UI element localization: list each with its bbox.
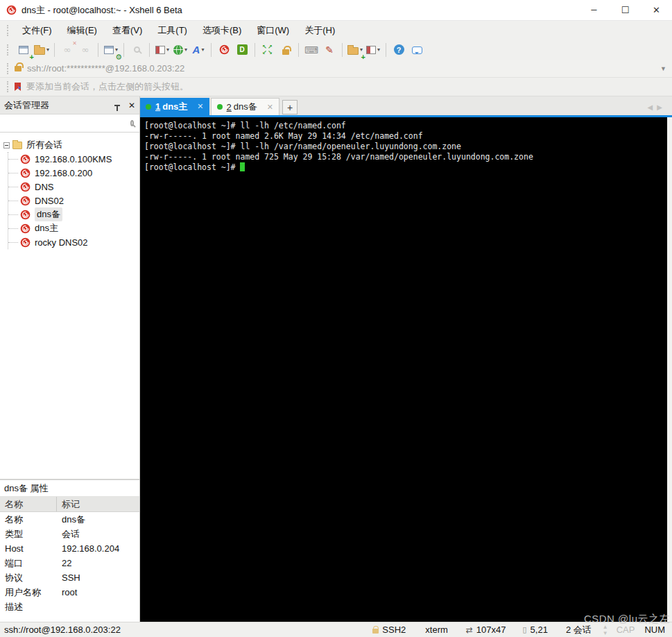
new-session-icon[interactable]: +	[15, 42, 32, 58]
address-dropdown-icon[interactable]: ▼	[660, 65, 666, 72]
session-item[interactable]: dns主	[8, 221, 139, 235]
menu-help[interactable]: 关于(H)	[297, 22, 343, 39]
property-row[interactable]: 描述	[0, 600, 139, 614]
panel-close-icon[interactable]: ✕	[128, 101, 135, 110]
properties-panel: dns备 属性 名称 标记 名称dns备 类型会话 Host192.168.0.…	[0, 479, 139, 614]
session-item[interactable]: DNS	[8, 180, 139, 194]
fullscreen-icon[interactable]: ↖↗↙↘	[259, 42, 276, 58]
num-lock-indicator: NUM	[644, 625, 665, 635]
menu-window[interactable]: 窗口(W)	[249, 22, 297, 39]
open-folder-icon[interactable]: ▾	[33, 42, 50, 58]
tree-root-row[interactable]: 所有会话	[0, 138, 139, 152]
split-panes-icon[interactable]: ▾	[365, 42, 381, 58]
toolbar-separator	[149, 43, 150, 57]
property-label: 描述	[0, 601, 57, 613]
session-item-selected[interactable]: dns备	[8, 207, 139, 221]
encoding-globe-icon[interactable]: ▾	[172, 42, 189, 58]
toolbar-separator	[54, 43, 55, 57]
lock-icon	[372, 629, 379, 634]
menubar-grip[interactable]	[7, 25, 10, 36]
terminal-screen[interactable]: [root@localhost ~]# ll -lh /etc/named.co…	[140, 117, 672, 622]
properties-column-header: 名称 标记	[0, 497, 139, 512]
search-icon[interactable]	[130, 120, 134, 126]
session-label: rocky DNS02	[35, 237, 88, 248]
session-properties-icon[interactable]: ⚙▾	[103, 42, 119, 58]
lock-screen-icon[interactable]	[277, 42, 294, 58]
folder-icon	[12, 142, 22, 149]
property-value: SSH	[57, 572, 80, 583]
session-item[interactable]: rocky DNS02	[8, 235, 139, 249]
terminal-line: [root@localhost ~]# ll -lh /etc/named.co…	[144, 121, 672, 131]
tree-root-label[interactable]: 所有会话	[26, 139, 62, 151]
property-label: 端口	[0, 557, 57, 570]
tab-dns-primary[interactable]: 1 dns主 ✕	[140, 98, 209, 115]
status-screen-size: ⇄107x47	[466, 625, 506, 635]
property-label: Host	[0, 543, 57, 554]
column-value[interactable]: 标记	[57, 498, 80, 511]
session-item[interactable]: DNS02	[8, 194, 139, 207]
column-name[interactable]: 名称	[0, 497, 57, 511]
add-tab-button[interactable]: +	[282, 100, 298, 114]
reconnect-icon[interactable]: ∞	[77, 42, 94, 58]
connected-dot-icon	[217, 104, 223, 110]
addressbar-grip[interactable]	[7, 63, 10, 74]
session-manager-title: 会话管理器	[4, 99, 49, 112]
terminal-scrollbar[interactable]	[667, 117, 672, 622]
session-item[interactable]: 192.168.0.200	[8, 166, 139, 180]
infobar-grip[interactable]	[7, 81, 10, 92]
address-bar[interactable]: ssh://root:***********@192.168.0.203:22 …	[0, 60, 672, 78]
close-button[interactable]: ✕	[641, 0, 672, 20]
terminal-prompt: [root@localhost ~]#	[144, 162, 240, 172]
xshell-icon[interactable]	[216, 42, 232, 58]
toolbar-separator	[98, 43, 98, 57]
help-icon[interactable]: ?	[390, 42, 407, 58]
tab-close-icon[interactable]: ✕	[197, 102, 203, 111]
title-bar: dns主 - root@localhost:~ - Xshell 6 Beta …	[0, 0, 672, 21]
pin-icon[interactable]	[114, 105, 120, 106]
collapse-icon[interactable]	[3, 142, 10, 148]
address-url[interactable]: ssh://root:***********@192.168.0.203:22	[27, 63, 184, 74]
minimize-button[interactable]: ─	[578, 0, 610, 20]
add-session-flag-icon	[15, 83, 21, 91]
session-search-input[interactable]	[0, 114, 130, 132]
xftp-icon[interactable]: D	[234, 42, 250, 58]
session-label: DNS02	[35, 196, 64, 206]
property-row[interactable]: 端口22	[0, 556, 139, 570]
feedback-icon[interactable]	[408, 42, 425, 58]
menu-tabs[interactable]: 选项卡(B)	[195, 22, 249, 39]
virtual-keyboard-icon[interactable]: ⌨	[303, 42, 320, 58]
toolbar-grip[interactable]	[7, 44, 10, 56]
session-icon	[20, 223, 31, 234]
menu-edit[interactable]: 编辑(E)	[60, 22, 105, 39]
property-value: root	[57, 587, 77, 597]
watermark: CSDN @lu云之左	[584, 613, 670, 626]
menu-view[interactable]: 查看(V)	[105, 22, 150, 39]
toolbar-separator	[342, 43, 343, 57]
menu-tools[interactable]: 工具(T)	[150, 22, 195, 39]
property-row[interactable]: 用户名称root	[0, 585, 139, 600]
tab-scroll-arrows[interactable]: ◀▶	[648, 103, 666, 111]
tab-close-icon[interactable]: ✕	[267, 103, 273, 112]
status-connection: ssh://root@192.168.0.203:22	[4, 625, 121, 635]
menu-file[interactable]: 文件(F)	[15, 22, 60, 39]
find-icon[interactable]	[128, 42, 145, 58]
session-label: 192.168.0.200	[35, 168, 92, 178]
property-row[interactable]: 名称dns备	[0, 512, 139, 527]
tab-dns-secondary[interactable]: 2 dns备 ✕	[211, 98, 279, 115]
tab-label: dns备	[234, 101, 257, 113]
compose-pen-icon[interactable]: ✎	[321, 42, 338, 58]
font-icon[interactable]: A▾	[190, 42, 207, 58]
toolbar-separator	[255, 43, 255, 57]
layout-icon[interactable]: ▾	[154, 42, 171, 58]
tab-number: 2	[227, 102, 232, 112]
property-row[interactable]: Host192.168.0.204	[0, 541, 139, 556]
disconnect-icon[interactable]: ∞✕	[59, 42, 76, 58]
property-row[interactable]: 协议SSH	[0, 570, 139, 585]
tab-strip: 1 dns主 ✕ 2 dns备 ✕ + ◀▶	[140, 96, 672, 115]
terminal-line: [root@localhost ~]# ll -lh /var/named/op…	[144, 142, 672, 152]
tab-label: dns主	[162, 101, 187, 113]
new-session-folder-icon[interactable]: +▾	[347, 42, 363, 58]
session-item[interactable]: 192.168.0.100KMS	[8, 152, 139, 166]
property-row[interactable]: 类型会话	[0, 527, 139, 541]
maximize-button[interactable]: ☐	[610, 0, 641, 20]
